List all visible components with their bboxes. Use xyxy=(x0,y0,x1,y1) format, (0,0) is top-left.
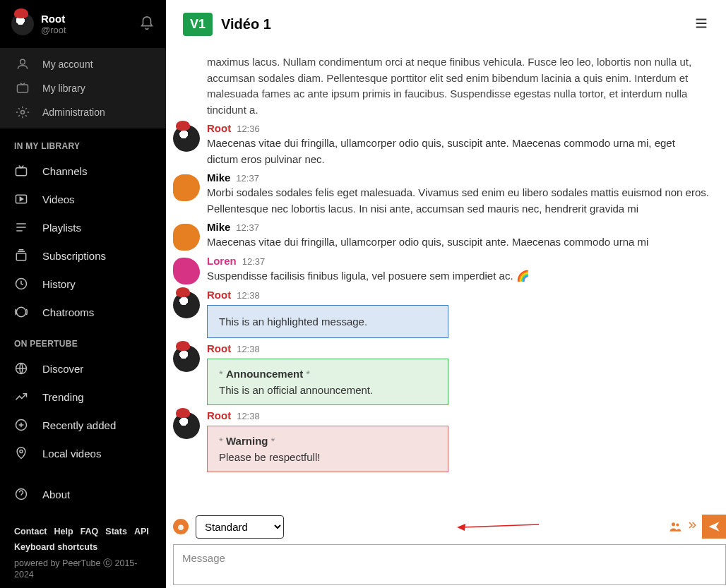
footer-link-stats[interactable]: Stats xyxy=(105,527,127,536)
footer-link-help[interactable]: Help xyxy=(54,527,73,536)
message-author[interactable]: Mike xyxy=(207,172,230,184)
message-header: Root12:38 xyxy=(207,409,709,421)
avatar[interactable] xyxy=(173,224,200,251)
nav-label: My library xyxy=(42,83,85,94)
footer-kbd-shortcuts[interactable]: Keyboard shortcuts xyxy=(14,542,152,552)
message-body: Root12:36Maecenas vitae dui fringilla, u… xyxy=(207,122,709,167)
message-body: Mike12:37Maecenas vitae dui fringilla, u… xyxy=(207,221,709,251)
nav-recently-added[interactable]: Recently added xyxy=(0,411,166,439)
message-author[interactable]: Mike xyxy=(207,221,230,233)
video-badge: V1 xyxy=(183,13,213,36)
message-author[interactable]: Root xyxy=(207,409,231,421)
message-highlight-box: This is an highlighted message. xyxy=(207,305,448,338)
message-text: Morbi sodales sodales felis eget malesua… xyxy=(207,185,709,217)
message-input[interactable] xyxy=(173,544,726,585)
box-body: This is an official announcement. xyxy=(219,384,436,396)
sidebar-footer: Contact Help FAQ Stats API Keyboard shor… xyxy=(0,520,166,588)
message-header: Root12:36 xyxy=(207,122,709,134)
message-style-select[interactable]: Standard xyxy=(196,515,284,539)
compose-toolbar: ☻ Standard xyxy=(166,509,726,544)
compose-right-icons xyxy=(668,515,726,539)
nav-label: Trending xyxy=(42,391,84,403)
message-body: maximus lacus. Nullam condimentum orci a… xyxy=(207,53,709,118)
chat-message: Root12:36Maecenas vitae dui fringilla, u… xyxy=(173,122,709,167)
box-label: * Announcement * xyxy=(219,368,436,380)
avatar[interactable] xyxy=(173,174,200,201)
message-time: 12:37 xyxy=(236,173,259,184)
message-author[interactable]: Root xyxy=(207,289,231,301)
avatar[interactable] xyxy=(173,292,200,318)
send-button[interactable] xyxy=(702,515,726,539)
chat-message: Mike12:37Morbi sodales sodales felis ege… xyxy=(173,172,709,217)
message-body: Root12:38* Announcement *This is an offi… xyxy=(207,342,709,405)
nav-label: Subscriptions xyxy=(42,250,106,262)
svg-rect-1 xyxy=(18,85,28,92)
participants-icon[interactable] xyxy=(668,520,682,534)
svg-rect-5 xyxy=(16,253,25,260)
avatar[interactable] xyxy=(173,345,200,372)
chat-message: Root12:38* Announcement *This is an offi… xyxy=(173,342,709,405)
message-header: Root12:38 xyxy=(207,342,709,354)
nav-administration[interactable]: Administration xyxy=(0,100,166,124)
sidebar: Root @root My account My library Adminis… xyxy=(0,0,166,588)
chevron-double-right-icon[interactable] xyxy=(686,520,698,534)
message-author[interactable]: Loren xyxy=(207,255,237,267)
avatar[interactable] xyxy=(173,125,200,152)
avatar[interactable] xyxy=(173,258,200,284)
message-text: Maecenas vitae dui fringilla, ullamcorpe… xyxy=(207,136,709,167)
chat-messages[interactable]: maximus lacus. Nullam condimentum orci a… xyxy=(166,49,726,509)
section-library-label: IN MY LIBRARY xyxy=(0,128,166,157)
box-label: * Warning * xyxy=(219,435,436,447)
nav-my-account[interactable]: My account xyxy=(0,52,166,76)
nav-history[interactable]: History xyxy=(0,270,166,298)
footer-link-faq[interactable]: FAQ xyxy=(81,527,99,536)
message-time: 12:36 xyxy=(237,124,260,134)
message-time: 12:37 xyxy=(242,256,266,267)
menu-icon[interactable] xyxy=(694,16,709,34)
nav-videos[interactable]: Videos xyxy=(0,185,166,213)
message-header: Root12:38 xyxy=(207,289,709,301)
message-author[interactable]: Root xyxy=(207,342,231,354)
nav-trending[interactable]: Trending xyxy=(0,383,166,411)
svg-line-11 xyxy=(461,524,539,527)
message-text: Maecenas vitae dui fringilla, ullamcorpe… xyxy=(207,234,709,251)
nav-subscriptions[interactable]: Subscriptions xyxy=(0,241,166,270)
nav-my-library[interactable]: My library xyxy=(0,76,166,100)
topbar: V1 Vidéo 1 xyxy=(166,0,726,49)
message-text: maximus lacus. Nullam condimentum orci a… xyxy=(207,54,709,118)
nav-label: Channels xyxy=(42,165,87,177)
message-time: 12:38 xyxy=(237,290,260,301)
nav-label: Local videos xyxy=(42,448,101,460)
svg-point-12 xyxy=(672,522,675,526)
footer-links: Contact Help FAQ Stats API xyxy=(14,527,152,536)
svg-point-9 xyxy=(20,450,23,452)
footer-link-api[interactable]: API xyxy=(134,527,149,536)
nav-label: About xyxy=(42,488,70,500)
nav-about[interactable]: About xyxy=(0,480,166,508)
footer-powered: powered by PeerTube ⓒ 2015-2024 xyxy=(14,558,152,580)
nav-channels[interactable]: Channels xyxy=(0,157,166,185)
nav-chatrooms[interactable]: Chatrooms xyxy=(0,298,166,326)
nav-label: Recently added xyxy=(42,419,116,431)
avatar[interactable] xyxy=(11,13,34,35)
account-menu: My account My library Administration xyxy=(0,48,166,128)
main: V1 Vidéo 1 maximus lacus. Nullam condime… xyxy=(166,0,726,588)
avatar[interactable] xyxy=(173,412,200,439)
svg-point-13 xyxy=(676,523,679,526)
nav-discover[interactable]: Discover xyxy=(0,354,166,383)
sidebar-scroll: IN MY LIBRARY Channels Videos Playlists … xyxy=(0,128,166,520)
nav-label: Discover xyxy=(42,363,83,375)
notifications-icon[interactable] xyxy=(139,16,155,33)
message-header: Mike12:37 xyxy=(207,172,709,184)
section-peertube-label: ON PEERTUBE xyxy=(0,326,166,354)
chat-message: Mike12:37Maecenas vitae dui fringilla, u… xyxy=(173,221,709,251)
user-handle: @root xyxy=(41,25,66,35)
video-title: Vidéo 1 xyxy=(221,16,271,32)
nav-label: Chatrooms xyxy=(42,306,94,318)
message-body: Root12:38This is an highlighted message. xyxy=(207,289,709,338)
footer-link-contact[interactable]: Contact xyxy=(14,527,47,536)
nav-local-videos[interactable]: Local videos xyxy=(0,439,166,467)
message-author[interactable]: Root xyxy=(207,122,231,134)
nav-playlists[interactable]: Playlists xyxy=(0,213,166,241)
emoji-button[interactable]: ☻ xyxy=(173,519,189,534)
